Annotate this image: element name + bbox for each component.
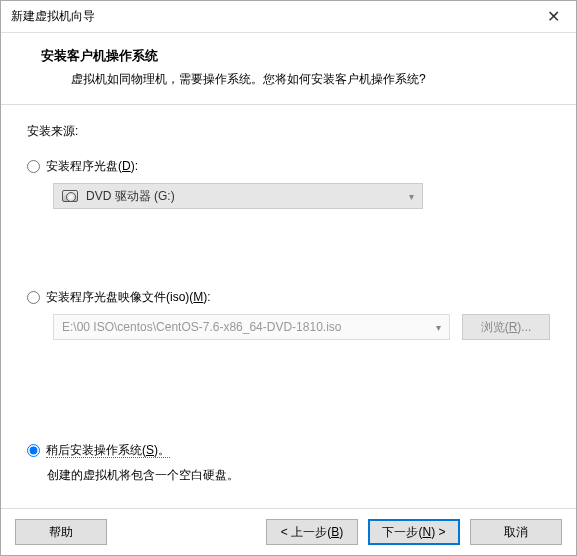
- radio-iso-label: 安装程序光盘映像文件(iso)(M):: [46, 289, 211, 306]
- iso-path-text: E:\00 ISO\centos\CentOS-7.6-x86_64-DVD-1…: [62, 320, 341, 334]
- option-later-row: 稍后安装操作系统(S)。: [27, 442, 550, 459]
- cancel-button[interactable]: 取消: [470, 519, 562, 545]
- install-source-label: 安装来源:: [27, 123, 550, 140]
- radio-iso[interactable]: [27, 291, 40, 304]
- header-title: 安装客户机操作系统: [41, 47, 546, 65]
- wizard-footer: 帮助 < 上一步(B) 下一步(N) > 取消: [1, 508, 576, 555]
- iso-input-block: E:\00 ISO\centos\CentOS-7.6-x86_64-DVD-1…: [53, 314, 550, 340]
- chevron-down-icon: ▾: [436, 322, 441, 333]
- new-vm-wizard-dialog: 新建虚拟机向导 ✕ 安装客户机操作系统 虚拟机如同物理机，需要操作系统。您将如何…: [0, 0, 577, 556]
- help-button[interactable]: 帮助: [15, 519, 107, 545]
- browse-button: 浏览(R)...: [462, 314, 550, 340]
- option-later-desc: 创建的虚拟机将包含一个空白硬盘。: [47, 467, 550, 484]
- titlebar: 新建虚拟机向导 ✕: [1, 1, 576, 33]
- radio-disc[interactable]: [27, 160, 40, 173]
- close-icon: ✕: [547, 7, 560, 26]
- option-iso-row: 安装程序光盘映像文件(iso)(M):: [27, 289, 550, 306]
- next-button[interactable]: 下一步(N) >: [368, 519, 460, 545]
- back-button[interactable]: < 上一步(B): [266, 519, 358, 545]
- radio-later-label: 稍后安装操作系统(S)。: [46, 442, 170, 459]
- radio-disc-label: 安装程序光盘(D):: [46, 158, 138, 175]
- wizard-header: 安装客户机操作系统 虚拟机如同物理机，需要操作系统。您将如何安装客户机操作系统?: [1, 33, 576, 105]
- disc-drive-combo-text: DVD 驱动器 (G:): [86, 188, 175, 205]
- dvd-drive-icon: [62, 190, 78, 202]
- disc-combo-block: DVD 驱动器 (G:) ▾: [53, 183, 550, 209]
- chevron-down-icon: ▾: [409, 191, 414, 202]
- iso-path-combo[interactable]: E:\00 ISO\centos\CentOS-7.6-x86_64-DVD-1…: [53, 314, 450, 340]
- option-disc-row: 安装程序光盘(D):: [27, 158, 550, 175]
- header-desc: 虚拟机如同物理机，需要操作系统。您将如何安装客户机操作系统?: [71, 71, 546, 88]
- wizard-content: 安装来源: 安装程序光盘(D): DVD 驱动器 (G:) ▾ 安装程序光盘映像…: [1, 105, 576, 508]
- titlebar-title: 新建虚拟机向导: [11, 8, 95, 25]
- close-button[interactable]: ✕: [530, 1, 576, 32]
- disc-drive-combo[interactable]: DVD 驱动器 (G:) ▾: [53, 183, 423, 209]
- radio-later[interactable]: [27, 444, 40, 457]
